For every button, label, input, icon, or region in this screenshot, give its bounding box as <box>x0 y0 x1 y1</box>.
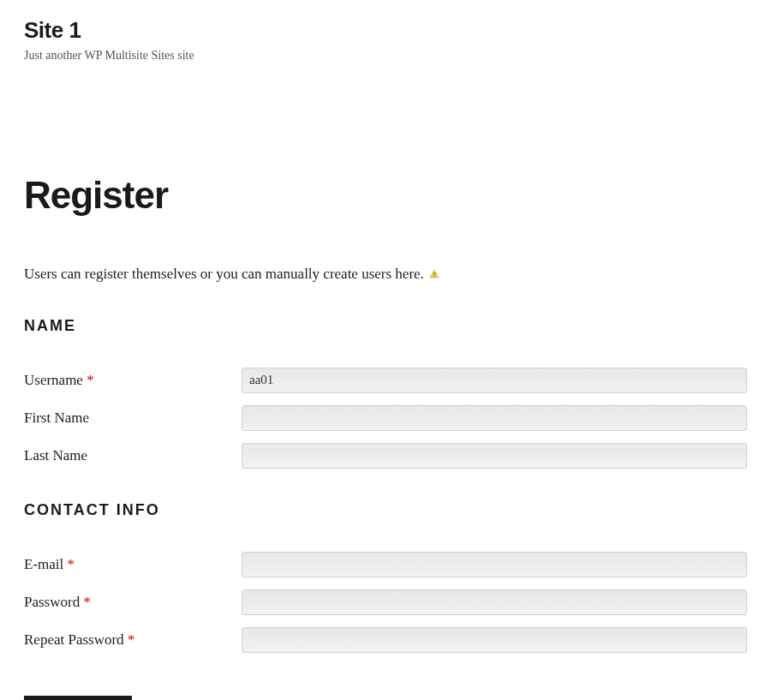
intro-text-content: Users can register themselves or you can… <box>24 266 424 282</box>
warning-icon <box>429 264 439 286</box>
form-row-username: Username * <box>24 368 747 393</box>
label-password: Password * <box>24 594 242 611</box>
email-input[interactable] <box>242 552 747 577</box>
label-repeat-password: Repeat Password * <box>24 631 242 649</box>
required-asterisk: * <box>128 631 135 648</box>
label-username: Username * <box>24 372 242 389</box>
last-name-input[interactable] <box>242 443 747 469</box>
password-input[interactable] <box>242 589 747 615</box>
page-title: Register <box>24 174 747 217</box>
add-user-button[interactable]: ADD USER <box>24 696 132 700</box>
svg-rect-1 <box>433 276 434 277</box>
label-email: E-mail * <box>24 556 242 573</box>
site-title: Site 1 <box>24 17 747 44</box>
required-asterisk: * <box>87 372 94 388</box>
repeat-password-input[interactable] <box>242 627 747 653</box>
svg-rect-0 <box>433 272 434 275</box>
form-row-last-name: Last Name <box>24 443 747 469</box>
form-row-email: E-mail * <box>24 552 747 577</box>
required-asterisk: * <box>68 556 75 572</box>
form-row-first-name: First Name <box>24 405 747 431</box>
form-row-repeat-password: Repeat Password * <box>24 627 747 653</box>
username-input[interactable] <box>242 368 747 393</box>
label-first-name: First Name <box>24 410 242 427</box>
section-heading-contact: CONTACT INFO <box>24 501 747 519</box>
label-last-name: Last Name <box>24 447 242 464</box>
required-asterisk: * <box>83 594 91 610</box>
form-row-password: Password * <box>24 589 747 615</box>
first-name-input[interactable] <box>242 405 747 431</box>
section-heading-name: NAME <box>24 317 747 335</box>
intro-text: Users can register themselves or you can… <box>24 263 747 286</box>
site-subtitle: Just another WP Multisite Sites site <box>24 49 747 63</box>
